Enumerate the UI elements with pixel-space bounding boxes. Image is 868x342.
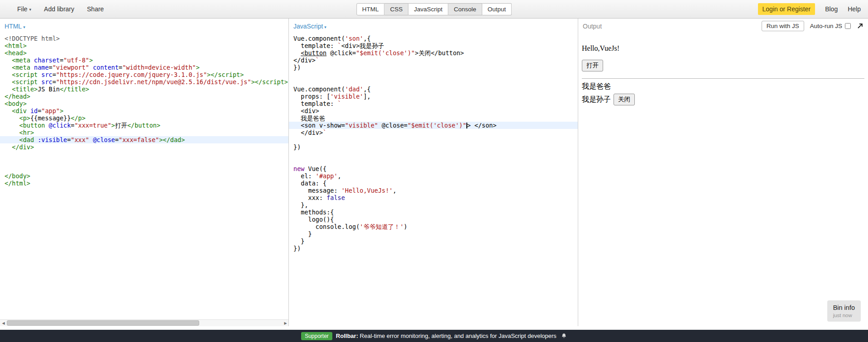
code-line: }, — [289, 201, 578, 209]
code-line — [0, 151, 289, 158]
code-line: </body> — [0, 172, 289, 180]
footer: Supporter Rollbar: Real-time error monit… — [0, 330, 868, 342]
output-panel-header: Output Run with JS Auto-run JS — [578, 19, 868, 33]
menu-help[interactable]: Help — [848, 5, 861, 13]
code-line: xxx: false — [289, 194, 578, 201]
open-button[interactable]: 打开 — [582, 60, 603, 71]
chevron-down-icon: ▾ — [29, 7, 32, 12]
bin-info-time: just now — [833, 313, 855, 318]
code-line: <meta name="viewport" content="width=dev… — [0, 64, 289, 71]
rollbar-text: Real-time error monitoring, alerting, an… — [358, 332, 556, 339]
code-line: }) — [289, 245, 578, 252]
menu-file[interactable]: File▾ — [17, 5, 31, 13]
code-line: <!DOCTYPE html> — [0, 35, 289, 42]
panel-divider[interactable] — [578, 19, 578, 326]
code-line: data: { — [289, 180, 578, 187]
close-button[interactable]: 关闭 — [614, 94, 635, 105]
code-line: console.log('爷爷知道了！') — [289, 223, 578, 230]
chevron-down-icon: ▾ — [23, 25, 25, 29]
javascript-panel-title: JavaScript — [293, 23, 323, 30]
code-line: }) — [289, 64, 578, 71]
code-line: } — [289, 238, 578, 245]
code-line: methods:{ — [289, 209, 578, 216]
code-line: <script src="https://cdn.jsdelivr.net/np… — [0, 78, 289, 86]
code-line: <html> — [0, 42, 289, 49]
chevron-down-icon: ▾ — [324, 25, 326, 29]
editor-panels: HTML▾ <!DOCTYPE html><html><head> <meta … — [0, 19, 868, 326]
code-line: } — [289, 230, 578, 238]
popout-arrow-icon[interactable] — [857, 23, 863, 29]
javascript-panel-header: JavaScript▾ — [289, 19, 578, 33]
scroll-left-arrow-icon[interactable]: ◀ — [0, 320, 7, 326]
rollbar-link[interactable]: Rollbar: Real-time error monitoring, ale… — [336, 332, 556, 339]
code-line: <div id="app"> — [0, 107, 289, 114]
code-line: <script src="https://code.jquery.com/jqu… — [0, 71, 289, 78]
supporter-badge[interactable]: Supporter — [301, 332, 332, 340]
scroll-right-arrow-icon[interactable]: ▶ — [282, 320, 289, 326]
code-line: props: ['visible'], — [289, 93, 578, 100]
bin-info[interactable]: Bin info just now — [827, 300, 861, 322]
code-line: Vue.component('dad',{ — [289, 86, 578, 93]
rollbar-label: Rollbar: — [336, 332, 358, 339]
html-panel-title: HTML — [5, 23, 22, 30]
html-panel-header: HTML▾ — [0, 19, 289, 33]
tab-html[interactable]: HTML — [356, 3, 385, 15]
horizontal-scrollbar[interactable]: ◀ ▶ — [0, 319, 289, 326]
javascript-editor[interactable]: Vue.component('son',{ template: `<div>我是… — [289, 33, 578, 326]
tab-css[interactable]: CSS — [384, 3, 408, 15]
code-line: }) — [289, 143, 578, 151]
code-line: </div> — [0, 143, 289, 151]
panel-divider[interactable] — [288, 19, 289, 326]
code-line: message: 'Hello,VueJs!', — [289, 187, 578, 194]
code-line: <dad :visible="xxx" @close="xxx=false"><… — [0, 136, 289, 143]
code-line: Vue.component('son',{ — [289, 35, 578, 42]
menu-add-library[interactable]: Add library — [44, 5, 74, 13]
code-line: <meta charset="utf-8"> — [0, 57, 289, 64]
code-line — [289, 136, 578, 143]
output-panel: Output Run with JS Auto-run JS Hello,Vue… — [578, 19, 868, 326]
run-with-js-button[interactable]: Run with JS — [762, 21, 804, 31]
menu-blog[interactable]: Blog — [825, 5, 838, 13]
tab-console[interactable]: Console — [448, 3, 482, 15]
output-message: Hello,VueJs! — [582, 44, 864, 52]
code-line — [289, 78, 578, 86]
html-editor[interactable]: <!DOCTYPE html><html><head> <meta charse… — [0, 33, 289, 319]
auto-run-js-control: Auto-run JS — [810, 23, 851, 29]
code-line: <title>JS Bin</title> — [0, 86, 289, 93]
menu-share[interactable]: Share — [87, 5, 104, 13]
html-panel: HTML▾ <!DOCTYPE html><html><head> <meta … — [0, 19, 289, 326]
code-line: logo(){ — [289, 216, 578, 223]
output-divider — [582, 78, 864, 79]
javascript-panel-menu[interactable]: JavaScript▾ — [293, 23, 326, 30]
code-line: el: '#app', — [289, 172, 578, 180]
tab-output[interactable]: Output — [482, 3, 512, 15]
tab-javascript[interactable]: JavaScript — [408, 3, 448, 15]
code-line: <head> — [0, 49, 289, 57]
panel-tabs: HTML CSS JavaScript Console Output — [356, 3, 512, 15]
auto-run-js-checkbox[interactable] — [845, 23, 851, 29]
javascript-panel: JavaScript▾ Vue.component('son',{ templa… — [289, 19, 578, 326]
output-panel-title: Output — [583, 23, 602, 30]
html-panel-menu[interactable]: HTML▾ — [5, 23, 25, 30]
bin-info-title: Bin info — [833, 304, 855, 311]
login-register-button[interactable]: Login or Register — [758, 3, 815, 15]
navbar-menus: File▾ Add library Share — [0, 5, 104, 13]
auto-run-js-label: Auto-run JS — [810, 23, 842, 29]
dad-text: 我是爸爸 — [582, 82, 864, 91]
code-line: <hr> — [0, 129, 289, 136]
top-navbar: File▾ Add library Share HTML CSS JavaScr… — [0, 0, 868, 19]
code-line: <son v-show="visible" @close="$emit('clo… — [289, 122, 578, 129]
navbar-right: Login or Register Blog Help — [758, 3, 868, 15]
code-line: <button @click="$emit('close')">关闭</butt… — [289, 49, 578, 57]
code-line: <body> — [0, 100, 289, 107]
scrollbar-thumb[interactable] — [7, 320, 199, 326]
code-line — [0, 158, 289, 165]
code-line: template: `<div>我是孙子 — [289, 42, 578, 49]
bell-icon — [561, 333, 567, 339]
code-line: </head> — [0, 93, 289, 100]
code-line: <div> — [289, 107, 578, 114]
code-line: </html> — [0, 180, 289, 187]
son-text: 我是孙子 — [582, 95, 611, 104]
output-frame: Hello,VueJs! 打开 我是爸爸 我是孙子 关闭 Bin info ju… — [578, 33, 868, 326]
code-line — [289, 71, 578, 78]
